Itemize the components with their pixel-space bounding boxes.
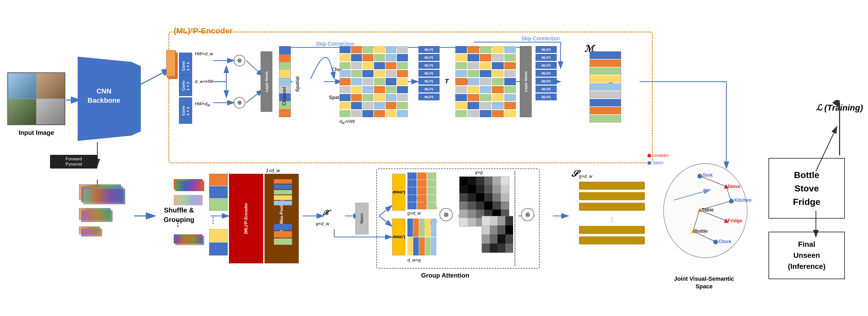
layer-norm-2: Layer Norm: [520, 46, 532, 117]
dashed-line: [515, 171, 515, 266]
norm-block: Norm: [355, 203, 369, 234]
linear-block-top: Linear: [392, 174, 405, 211]
token-strip-bottom: [407, 219, 436, 255]
channel-spatial-arrow: Channel Spatial: [289, 45, 342, 118]
bottle-label: Bottle: [694, 229, 708, 234]
clock-label: Clock: [718, 239, 732, 245]
channel-label: Channel: [282, 87, 287, 106]
cnn-backbone: CNN Backbone: [78, 57, 141, 141]
clock-dot: [713, 240, 718, 245]
table-label: Table: [702, 207, 714, 213]
dim-1-dw: 1×d_w: [266, 168, 280, 174]
sink-label: Sink: [703, 172, 713, 178]
mlp2-blocks: MLP2 MLP2 MLP2 MLP2 MLP2 MLP2 MLP2: [535, 46, 557, 100]
jvss-area: Sink Stove Kitchen Table Fridge Bottle C…: [647, 153, 763, 274]
dim-g-dw-top: g×d_w: [407, 211, 421, 216]
dim-hw-dw: HW×d_w: [195, 51, 213, 57]
output-strip-2: [274, 224, 292, 245]
svg-text:Backbone: Backbone: [88, 96, 120, 104]
feature-tensor-1: [166, 50, 178, 82]
img-quadrant-4: [36, 99, 65, 124]
conv-block-3: Conv1×1: [179, 97, 192, 124]
dim-hw-dw2: HW×dw: [195, 102, 210, 107]
output-strip-1: [274, 179, 292, 205]
skip-connection-1: Skip-Connection: [316, 41, 354, 47]
otimes-bottom: ⊗: [234, 97, 245, 109]
otimes-group-2: ⊗: [521, 208, 534, 221]
layer-norm-1-text: Layer Norm: [260, 51, 272, 112]
img-quadrant-1: [8, 73, 36, 99]
input-image-label: Input Image: [7, 129, 65, 136]
fridge-label: Fridge: [728, 218, 742, 224]
vertical-dots-2: ⋮: [274, 211, 281, 219]
otimes-top: ⊗: [234, 55, 245, 66]
dim-gdw-s: g×d_w: [579, 174, 592, 179]
cnn-backbone-shape: CNN Backbone: [78, 57, 141, 141]
mlp1-blocks: MLP1 MLP1 MLP1 MLP1 MLP1 MLP1 MLP1: [418, 46, 439, 100]
loss-label: ℒ (Training): [816, 103, 863, 113]
conv-block-2: Conv1×1: [179, 75, 192, 96]
final-unseen-text: FinalUnseen(Inference): [788, 239, 825, 272]
channel-block: [279, 46, 291, 117]
forward-pyramid: ForwardPyramid: [50, 155, 97, 169]
input-image: [7, 73, 65, 125]
vertical-dots-1: ⋮: [209, 216, 217, 225]
kitchen-dot: [729, 199, 734, 204]
skip-connection-2: Skip-Connection: [521, 35, 560, 41]
dim-dw-g: d_w×g: [407, 258, 421, 263]
dim-dw-hw-bottom: dw×HW: [340, 119, 355, 125]
s-matrix: ⋮ g×d_w: [579, 182, 645, 261]
grouped-features-dots: ⋮: [174, 219, 182, 228]
final-unseen-box: FinalUnseen(Inference): [769, 232, 845, 279]
seen-label: seen: [653, 160, 663, 166]
img-quadrant-3: [8, 99, 36, 124]
t-label-top: T: [445, 78, 449, 85]
s-label: 𝒮: [571, 169, 578, 179]
spatial-token-blocks: [340, 46, 408, 117]
diagram-container: Input Image CNN Backbone ForwardPyramid …: [0, 0, 868, 316]
stove-label: Stove: [727, 184, 740, 189]
forward-pyramid-label: ForwardPyramid: [65, 156, 82, 167]
jvss-label: Joint Visual-SemanticSpace: [651, 275, 757, 290]
img-quadrant-2: [36, 73, 65, 99]
token-block-right: [455, 46, 516, 117]
group-attention-label: Group Attention: [421, 272, 469, 279]
legend-unseen: unseen: [647, 153, 669, 158]
grouped-features-2: [174, 234, 208, 255]
linear-block-bottom: Linear: [392, 219, 405, 255]
feature-maps-group: [79, 184, 132, 242]
ml2p-encoder-title: (ML)²P-Encoder: [174, 26, 232, 35]
legend-seen: seen: [647, 160, 663, 166]
svg-text:CNN: CNN: [97, 87, 111, 95]
dim-dw-hw: d_w×HW: [195, 79, 213, 84]
m-block: [590, 51, 621, 122]
heatmap-small: [482, 216, 513, 253]
dim-g-dw-x: g×d_w: [316, 221, 329, 227]
sink-dot: [698, 174, 702, 178]
kitchen-label: Kitchen: [734, 198, 752, 203]
input-group-1: [209, 174, 228, 211]
dim-gg: g×g: [475, 170, 483, 175]
input-group-2: [209, 229, 228, 255]
otimes-group-1: ⊗: [439, 208, 453, 221]
grouped-features-1: [174, 179, 208, 208]
input-image-grid: [8, 73, 65, 124]
unseen-label: unseen: [653, 153, 669, 158]
x-label: 𝒳: [322, 208, 328, 217]
final-output-box: BottleStoveFridge: [769, 158, 845, 219]
token-strip-top: [407, 172, 436, 209]
ml2p-encoder-bottom: (ML)²P-Encoder: [229, 174, 263, 263]
final-output-text: BottleStoveFridge: [793, 168, 820, 208]
